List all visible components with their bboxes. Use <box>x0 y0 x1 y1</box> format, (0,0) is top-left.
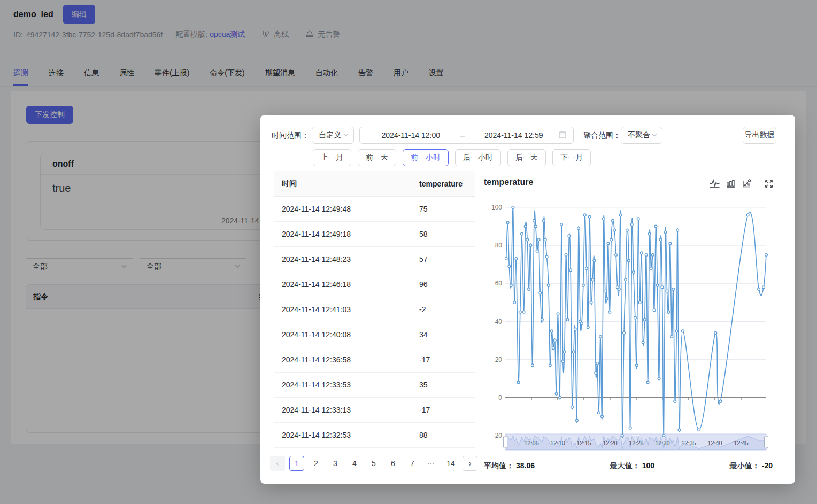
svg-text:60: 60 <box>495 280 503 287</box>
min-value: -20 <box>762 461 773 470</box>
history-table-header: 时间 temperature <box>274 171 475 197</box>
svg-text:12:45: 12:45 <box>734 440 749 446</box>
line-chart-icon[interactable] <box>710 179 720 188</box>
page-3[interactable]: 3 <box>328 456 343 471</box>
chart-stats: 平均值：38.06 最大值：100 最小值：-20 <box>484 461 773 471</box>
page-4[interactable]: 4 <box>347 456 362 471</box>
time-range-value: 自定义 <box>319 130 341 140</box>
range-arrow-icon: → <box>456 131 469 139</box>
page-2[interactable]: 2 <box>309 456 323 471</box>
page-14[interactable]: 14 <box>443 456 458 471</box>
svg-text:100: 100 <box>491 204 502 211</box>
row-time: 2024-11-14 12:46:18 <box>274 280 405 289</box>
history-table: 时间 temperature 2024-11-14 12:49:48752024… <box>274 171 475 448</box>
row-value: 58 <box>405 230 475 238</box>
row-value: 88 <box>405 431 475 439</box>
svg-text:12:40: 12:40 <box>707 440 722 446</box>
page-1[interactable]: 1 <box>289 456 304 471</box>
svg-text:12:10: 12:10 <box>550 440 565 446</box>
avg-label: 平均值： <box>484 461 514 470</box>
svg-text:12:15: 12:15 <box>576 440 591 446</box>
time-column-header: 时间 <box>274 179 405 189</box>
pagination-ellipsis: ⋯ <box>424 456 439 471</box>
temperature-column-header: temperature <box>405 180 475 188</box>
row-value: -17 <box>405 406 475 414</box>
max-value: 100 <box>642 461 654 470</box>
page-7[interactable]: 7 <box>405 456 420 471</box>
svg-text:12:35: 12:35 <box>681 440 696 446</box>
table-row: 2024-11-14 12:41:03-2 <box>274 297 475 322</box>
row-value: 34 <box>405 330 475 339</box>
quick-button-前一天[interactable]: 前一天 <box>358 149 396 166</box>
row-time: 2024-11-14 12:32:53 <box>274 431 405 439</box>
aggregate-value: 不聚合 <box>628 130 650 140</box>
quick-button-下一月[interactable]: 下一月 <box>552 149 591 166</box>
row-time: 2024-11-14 12:33:13 <box>274 406 405 414</box>
page-6[interactable]: 6 <box>386 456 400 471</box>
row-value: 57 <box>405 255 475 263</box>
quick-button-后一天[interactable]: 后一天 <box>507 149 546 166</box>
svg-text:12:30: 12:30 <box>655 440 670 446</box>
row-time: 2024-11-14 12:49:18 <box>274 230 405 238</box>
chart-tools <box>710 179 773 188</box>
row-value: 35 <box>405 381 475 389</box>
row-value: 96 <box>405 280 475 289</box>
next-page-button[interactable]: › <box>463 456 477 471</box>
aggregate-select[interactable]: 不聚合 <box>621 127 662 144</box>
row-value: -2 <box>405 305 475 314</box>
row-time: 2024-11-14 12:49:48 <box>274 205 405 213</box>
datazoom-left-handle[interactable] <box>504 436 507 448</box>
quick-button-后一小时[interactable]: 后一小时 <box>455 149 501 166</box>
row-time: 2024-11-14 12:48:23 <box>274 255 405 263</box>
page-5[interactable]: 5 <box>366 456 381 471</box>
chevron-down-icon <box>651 131 658 139</box>
history-table-body: 2024-11-14 12:49:48752024-11-14 12:49:18… <box>274 197 475 448</box>
quick-range-buttons: 上一月前一天前一小时后一小时后一天下一月 <box>313 149 591 166</box>
page: demo_led 编辑 ID: 49427142-3fbc-7752-125d-… <box>0 0 817 504</box>
prev-page-button[interactable]: ‹ <box>270 456 285 471</box>
min-label: 最小值： <box>730 461 760 470</box>
time-range-select[interactable]: 自定义 <box>312 127 354 144</box>
bar-chart-icon[interactable] <box>726 179 736 188</box>
table-row: 2024-11-14 12:33:5335 <box>274 373 475 398</box>
svg-text:12:20: 12:20 <box>603 440 618 446</box>
max-label: 最大值： <box>610 461 640 470</box>
table-row: 2024-11-14 12:40:0834 <box>274 322 475 347</box>
calendar-icon <box>558 130 567 141</box>
svg-text:80: 80 <box>495 242 503 249</box>
svg-text:12:05: 12:05 <box>524 440 539 446</box>
quick-button-前一小时[interactable]: 前一小时 <box>403 149 449 166</box>
date-range-input[interactable]: 2024-11-14 12:00 → 2024-11-14 12:59 <box>359 127 574 144</box>
svg-text:20: 20 <box>495 356 503 363</box>
quick-button-上一月[interactable]: 上一月 <box>313 149 351 166</box>
temperature-chart-svg: 100806040200-2012:0512:1012:1512:2012:25… <box>484 203 773 453</box>
row-value: 75 <box>405 205 475 213</box>
table-row: 2024-11-14 12:36:58-17 <box>274 347 475 373</box>
avg-value: 38.06 <box>516 461 535 470</box>
row-time: 2024-11-14 12:40:08 <box>274 330 405 339</box>
export-data-button[interactable]: 导出数据 <box>743 127 776 144</box>
chevron-down-icon <box>343 131 349 139</box>
row-time: 2024-11-14 12:41:03 <box>274 305 405 314</box>
temperature-chart: 100806040200-2012:0512:1012:1512:2012:25… <box>484 203 773 453</box>
date-start-value[interactable]: 2024-11-14 12:00 <box>366 131 456 139</box>
svg-text:40: 40 <box>495 318 503 325</box>
table-row: 2024-11-14 12:46:1896 <box>274 272 475 297</box>
max-stat: 最大值：100 <box>610 461 654 471</box>
datazoom-brush[interactable]: 12:0512:1012:1512:2012:2512:3012:3512:40… <box>504 434 768 450</box>
table-row: 2024-11-14 12:32:5388 <box>274 423 475 448</box>
scatter-chart-icon[interactable] <box>742 179 751 188</box>
datazoom-right-handle[interactable] <box>765 436 768 448</box>
date-end-value[interactable]: 2024-11-14 12:59 <box>469 131 559 139</box>
time-range-label: 时间范围： <box>272 127 309 144</box>
row-time: 2024-11-14 12:36:58 <box>274 355 405 364</box>
table-row: 2024-11-14 12:49:4875 <box>274 197 475 222</box>
chart-title: temperature <box>484 177 533 187</box>
table-row: 2024-11-14 12:33:13-17 <box>274 398 475 423</box>
table-row: 2024-11-14 12:48:2357 <box>274 247 475 272</box>
fullscreen-icon[interactable] <box>765 180 773 188</box>
svg-text:-20: -20 <box>493 432 503 439</box>
row-value: -17 <box>405 355 475 364</box>
min-stat: 最小值：-20 <box>730 461 773 471</box>
temperature-series <box>505 206 767 438</box>
